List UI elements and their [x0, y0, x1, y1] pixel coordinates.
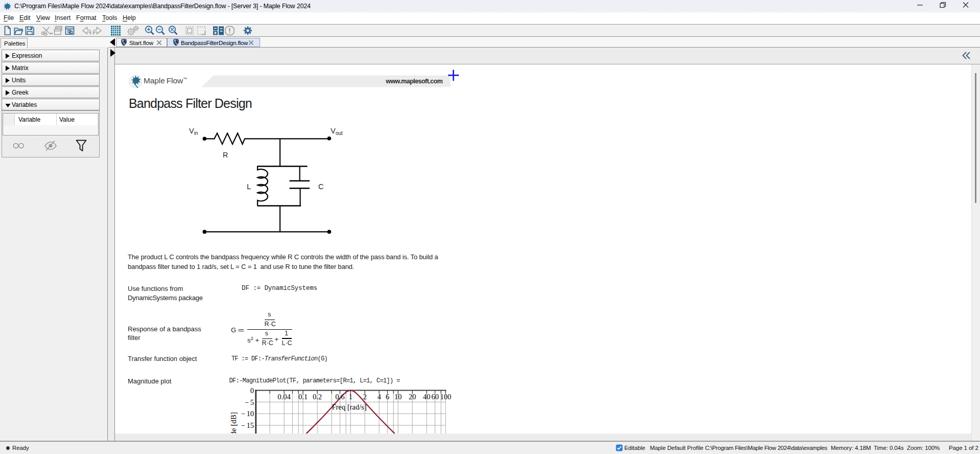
svg-text:0: 0 — [250, 387, 254, 395]
svg-text:40: 40 — [423, 393, 431, 401]
svg-text:− 15: − 15 — [241, 421, 254, 429]
svg-text:4: 4 — [377, 393, 381, 401]
svg-text:10: 10 — [394, 393, 402, 401]
svg-text:0.6: 0.6 — [335, 393, 344, 401]
svg-text:20: 20 — [409, 393, 416, 401]
svg-text:6: 6 — [386, 393, 389, 401]
svg-text:60: 60 — [431, 393, 439, 401]
svg-text:0.1: 0.1 — [298, 393, 308, 401]
svg-text:0.2: 0.2 — [313, 393, 322, 401]
svg-text:100: 100 — [440, 393, 451, 401]
svg-text:0.04: 0.04 — [277, 393, 291, 401]
svg-text:1: 1 — [348, 393, 352, 401]
svg-text:2: 2 — [363, 393, 366, 401]
svg-text:− 5: − 5 — [245, 398, 254, 406]
svg-text:Freq [rad/s]: Freq [rad/s] — [332, 403, 366, 411]
svg-text:− 10: − 10 — [241, 410, 254, 418]
